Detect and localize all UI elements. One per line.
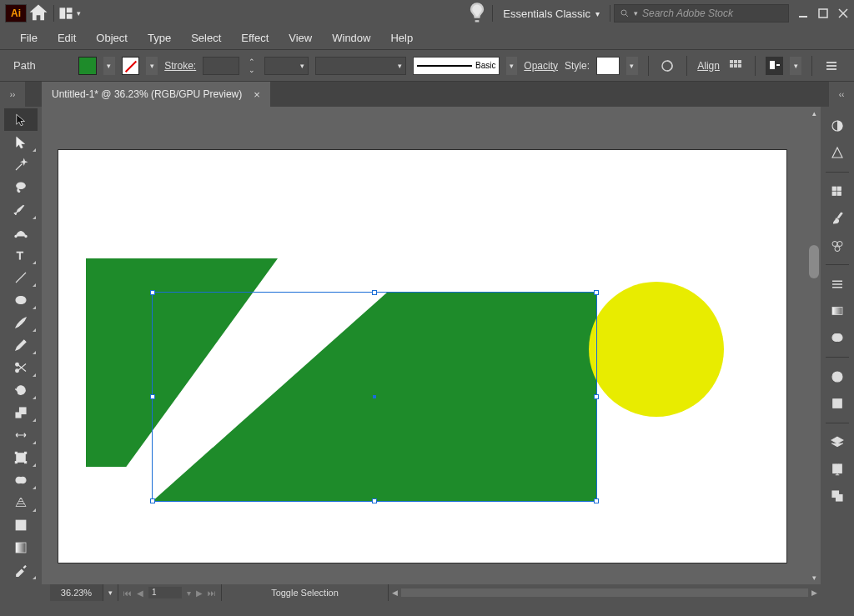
symbols-panel-icon[interactable] [825, 234, 850, 256]
scroll-track[interactable] [807, 120, 821, 571]
menu-edit[interactable]: Edit [49, 28, 84, 48]
scroll-left-button[interactable]: ◀ [389, 588, 401, 597]
stroke-panel-icon[interactable] [825, 273, 850, 295]
menu-effect[interactable]: Effect [233, 28, 277, 48]
shape-mode-dropdown[interactable]: ▾ [790, 57, 801, 75]
magic-wand-tool[interactable] [4, 153, 38, 176]
search-stock-field[interactable]: ▾ Search Adobe Stock [614, 4, 789, 23]
rotate-tool[interactable] [4, 378, 38, 401]
selection-bounding-box[interactable] [152, 292, 597, 502]
shape-builder-tool[interactable] [4, 468, 38, 491]
scroll-down-button[interactable]: ▾ [807, 571, 821, 584]
home-button[interactable] [27, 2, 50, 25]
perspective-grid-tool[interactable] [4, 491, 38, 513]
scroll-right-button[interactable]: ▶ [808, 588, 821, 597]
search-help-button[interactable] [465, 2, 489, 25]
selection-handle-e[interactable] [594, 394, 599, 399]
opacity-link[interactable]: Opacity [524, 60, 558, 72]
selection-tool[interactable] [4, 108, 38, 131]
scissors-tool[interactable] [4, 356, 38, 378]
stroke-dropdown[interactable]: ▾ [146, 57, 158, 75]
curvature-tool[interactable] [4, 221, 38, 243]
brush-dropdown[interactable]: ▾ [506, 57, 518, 75]
gradient-tool[interactable] [4, 536, 38, 558]
transparency-panel-icon[interactable] [825, 327, 850, 348]
brush-definition-none[interactable]: ▾ [315, 57, 406, 75]
pen-tool[interactable] [4, 198, 38, 221]
menu-file[interactable]: File [12, 28, 46, 48]
fill-swatch[interactable] [78, 57, 97, 75]
shape-mode-button[interactable] [766, 57, 784, 75]
artboard-dropdown[interactable]: ▾ [187, 588, 191, 598]
menu-view[interactable]: View [280, 28, 320, 48]
lasso-tool[interactable] [4, 176, 38, 198]
expand-right-panels[interactable]: ‹‹ [829, 82, 854, 107]
pencil-tool[interactable] [4, 333, 38, 356]
swatches-panel-icon[interactable] [825, 181, 850, 203]
mesh-tool[interactable] [4, 513, 38, 536]
shape-tool[interactable] [4, 288, 38, 311]
menu-select[interactable]: Select [183, 28, 229, 48]
prev-artboard-button[interactable]: ◀ [137, 588, 143, 598]
color-panel-icon[interactable] [825, 115, 850, 137]
stroke-weight-stepper[interactable]: ⌃⌄ [246, 57, 258, 75]
selection-handle-n[interactable] [372, 290, 377, 295]
stroke-swatch[interactable] [122, 57, 140, 75]
minimize-button[interactable] [797, 8, 809, 19]
document-tab[interactable]: Untitled-1* @ 36.23% (RGB/GPU Preview) × [42, 82, 270, 107]
selection-handle-nw[interactable] [150, 290, 155, 295]
selection-handle-ne[interactable] [594, 290, 599, 295]
appearance-panel-icon[interactable] [825, 366, 850, 388]
hscroll-track[interactable] [401, 588, 808, 597]
selection-handle-s[interactable] [372, 498, 377, 503]
menu-type[interactable]: Type [139, 28, 179, 48]
direct-selection-tool[interactable] [4, 131, 38, 153]
recolor-artwork-button[interactable] [659, 57, 677, 75]
horizontal-scrollbar[interactable]: ◀ ▶ [389, 588, 821, 597]
menu-window[interactable]: Window [324, 28, 379, 48]
menu-object[interactable]: Object [88, 28, 136, 48]
first-artboard-button[interactable]: ⏮ [123, 588, 132, 598]
line-tool[interactable] [4, 266, 38, 288]
asset-export-panel-icon[interactable] [825, 458, 850, 480]
stroke-panel-link[interactable]: Stroke: [164, 60, 196, 72]
selection-handle-sw[interactable] [150, 498, 155, 503]
gradient-panel-icon[interactable] [825, 300, 850, 322]
free-transform-tool[interactable] [4, 446, 38, 468]
yellow-circle-shape[interactable] [589, 282, 724, 417]
align-panel-link[interactable]: Align [697, 60, 720, 72]
zoom-level[interactable]: 36.23% [50, 584, 103, 601]
last-artboard-button[interactable]: ⏭ [208, 588, 216, 598]
width-tool[interactable] [4, 423, 38, 446]
workspace-switcher[interactable]: Essentials Classic ▾ [496, 4, 606, 23]
close-tab-button[interactable]: × [254, 88, 260, 101]
expand-left-panels[interactable]: ›› [0, 82, 25, 107]
graphic-style-swatch[interactable] [596, 57, 620, 75]
eyedropper-tool[interactable] [4, 558, 38, 581]
arrange-documents-button[interactable]: ▾ [58, 2, 81, 25]
type-tool[interactable]: T [4, 243, 38, 266]
layers-panel-icon[interactable] [825, 432, 850, 453]
graphic-styles-panel-icon[interactable] [825, 393, 850, 414]
menu-help[interactable]: Help [382, 28, 421, 48]
vertical-scrollbar[interactable]: ▴ ▾ [807, 107, 821, 584]
zoom-dropdown[interactable]: ▾ [103, 584, 118, 601]
artboards-panel-icon[interactable] [825, 485, 850, 507]
color-guide-panel-icon[interactable] [825, 142, 850, 163]
artboard[interactable] [58, 150, 786, 563]
scroll-thumb[interactable] [809, 245, 819, 278]
align-button[interactable] [726, 57, 745, 75]
stroke-weight-input[interactable] [203, 57, 239, 75]
variable-width-profile[interactable]: ▾ [264, 57, 309, 75]
close-button[interactable] [837, 8, 849, 19]
maximize-button[interactable] [817, 8, 829, 19]
selection-handle-se[interactable] [594, 498, 599, 503]
fill-dropdown[interactable]: ▾ [103, 57, 115, 75]
next-artboard-button[interactable]: ▶ [196, 588, 203, 598]
canvas[interactable] [42, 107, 807, 584]
selection-handle-w[interactable] [150, 394, 155, 399]
scale-tool[interactable] [4, 401, 38, 423]
brush-definition[interactable]: Basic [413, 57, 500, 75]
scroll-up-button[interactable]: ▴ [807, 107, 821, 120]
artboard-index[interactable]: 1 [148, 587, 182, 598]
